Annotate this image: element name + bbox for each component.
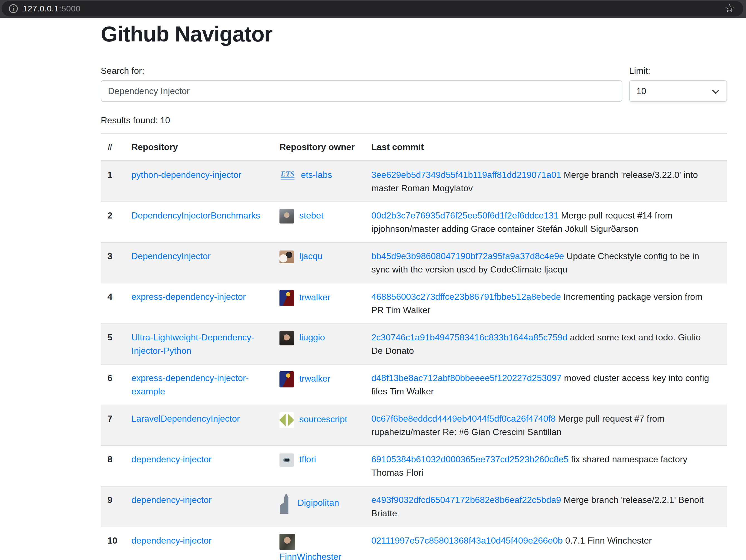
owner-link[interactable]: tflori <box>299 454 316 464</box>
row-number: 6 <box>101 364 125 405</box>
search-input[interactable] <box>101 80 623 102</box>
commit-hash-link[interactable]: 69105384b61032d000365ee737cd2523b260c8e5 <box>371 454 568 464</box>
owner-link[interactable]: Digipolitan <box>297 498 339 508</box>
repo-link[interactable]: Ultra-Lightweight-Dependency-Injector-Py… <box>132 332 254 356</box>
repo-link[interactable]: DependencyInjector <box>132 251 211 261</box>
stebet-avatar-icon <box>280 209 294 224</box>
url-text: 127.0.0.1:5000 <box>23 4 81 13</box>
info-icon[interactable]: i <box>9 4 18 13</box>
trwalker-avatar-icon <box>280 290 294 306</box>
table-row: 6 express-dependency-injector-example tr… <box>101 364 727 405</box>
column-header-last-commit: Last commit <box>365 133 727 161</box>
liuggio-avatar-icon <box>280 331 294 346</box>
row-number: 3 <box>101 242 125 283</box>
commit-message: 0.7.1 Finn Winchester <box>565 535 652 546</box>
column-header-repository: Repository <box>125 133 273 161</box>
table-row: 8 dependency-injector tflori 69105384b61… <box>101 446 727 486</box>
table-row: 3 DependencyInjector ljacqu bb45d9e3b986… <box>101 242 727 283</box>
search-label: Search for: <box>101 64 623 78</box>
ljacqu-avatar-icon <box>280 250 294 263</box>
owner-link[interactable]: trwalker <box>299 292 331 302</box>
table-row: 2 DependencyInjectorBenchmarks stebet 00… <box>101 202 727 242</box>
row-number: 5 <box>101 324 125 364</box>
commit-hash-link[interactable]: 2c30746c1a91b4947583416c833b1644a85c759d <box>371 332 568 342</box>
chevron-down-icon <box>712 87 719 94</box>
commit-hash-link[interactable]: 468856003c273dffce23b86791fbbe512a8ebede <box>371 292 561 302</box>
commit-hash-link[interactable]: bb45d9e3b98608047190bf72a95fa9a37d8c4e9e <box>371 251 564 261</box>
owner-link[interactable]: sourcescript <box>299 414 347 424</box>
table-row: 7 LaravelDependencyInjector sourcescript… <box>101 405 727 446</box>
repo-link[interactable]: LaravelDependencyInjector <box>132 414 240 423</box>
table-row: 4 express-dependency-injector trwalker 4… <box>101 283 727 324</box>
commit-hash-link[interactable]: d48f13be8ac712abf80bbeeee5f120227d253097 <box>371 373 562 383</box>
repo-link[interactable]: python-dependency-injector <box>132 170 241 180</box>
owner-link[interactable]: ets-labs <box>301 170 332 180</box>
owner-link[interactable]: liuggio <box>299 332 325 342</box>
row-number: 7 <box>101 405 125 446</box>
repo-link[interactable]: dependency-injector <box>132 535 211 546</box>
column-header-num: # <box>101 133 125 161</box>
page-title: Github Navigator <box>101 21 727 47</box>
results-table: # Repository Repository owner Last commi… <box>101 133 727 560</box>
results-count: Results found: 10 <box>101 114 727 127</box>
row-number: 2 <box>101 202 125 242</box>
owner-link[interactable]: FinnWinchester <box>280 552 341 560</box>
limit-select[interactable]: 10 <box>629 80 727 102</box>
table-row: 9 dependency-injector Digipolitan e493f9… <box>101 486 727 527</box>
row-number: 4 <box>101 283 125 324</box>
repo-link[interactable]: express-dependency-injector-example <box>132 373 249 396</box>
row-number: 9 <box>101 486 125 527</box>
page-content: Github Navigator Search for: Limit: 10 R… <box>101 21 727 560</box>
star-icon[interactable]: ☆ <box>724 2 735 14</box>
repo-link[interactable]: express-dependency-injector <box>132 292 246 302</box>
row-number: 1 <box>101 161 125 202</box>
address-bar[interactable]: i 127.0.0.1:5000 ☆ <box>2 1 743 17</box>
owner-link[interactable]: trwalker <box>299 374 331 384</box>
table-row: 1 python-dependency-injector ETS ets-lab… <box>101 161 727 202</box>
commit-hash-link[interactable]: 02111997e57c85801368f43a10d45f409e266e0b <box>371 535 563 546</box>
commit-hash-link[interactable]: e493f9032dfcd65047172b682e8b6eaf22c5bda9 <box>371 495 561 505</box>
table-row: 5 Ultra-Lightweight-Dependency-Injector-… <box>101 324 727 364</box>
column-header-owner: Repository owner <box>273 133 365 161</box>
url-port: :5000 <box>59 4 81 13</box>
url-host: 127.0.0.1 <box>23 4 59 13</box>
commit-hash-link[interactable]: 3ee629eb5d7349d55f41b119aff81dd219071a01 <box>371 170 561 180</box>
trwalker-avatar-icon <box>280 371 294 387</box>
finnwinchester-avatar-icon <box>280 534 295 550</box>
tflori-avatar-icon <box>280 453 294 467</box>
repo-link[interactable]: DependencyInjectorBenchmarks <box>132 210 260 220</box>
browser-bar: i 127.0.0.1:5000 ☆ <box>0 0 746 18</box>
ets-labs-avatar-icon: ETS <box>280 170 296 181</box>
table-header-row: # Repository Repository owner Last commi… <box>101 133 727 161</box>
owner-link[interactable]: ljacqu <box>299 251 323 261</box>
table-row: 10 dependency-injector FinnWinchester 02… <box>101 527 727 560</box>
repo-link[interactable]: dependency-injector <box>132 454 211 464</box>
sourcescript-avatar-icon <box>280 412 294 428</box>
commit-hash-link[interactable]: 0c67f6be8eddcd4449eb4044f5df0ca26f4740f8 <box>371 414 555 423</box>
commit-hash-link[interactable]: 00d2b3c7e76935d76f25ee50f6d1f2ef6ddce131 <box>371 210 559 220</box>
digipolitan-avatar-icon <box>280 493 292 514</box>
owner-link[interactable]: stebet <box>299 210 323 220</box>
search-form: Search for: Limit: 10 <box>101 64 727 102</box>
row-number: 10 <box>101 527 125 560</box>
repo-link[interactable]: dependency-injector <box>132 495 211 505</box>
row-number: 8 <box>101 446 125 486</box>
limit-selected-value: 10 <box>636 86 647 96</box>
limit-label: Limit: <box>629 64 727 78</box>
